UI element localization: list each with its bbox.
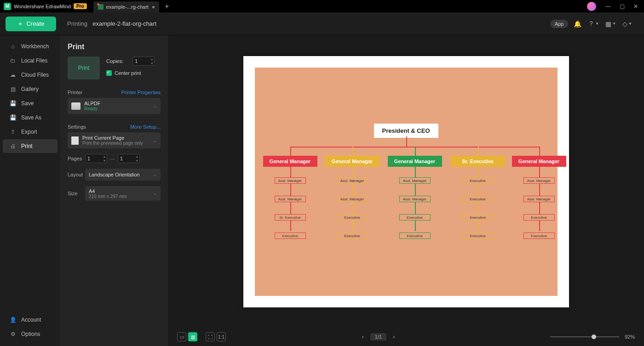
org-chart-leaf: Asst. Manager bbox=[523, 177, 555, 184]
chevron-down-icon: ⌄ bbox=[153, 138, 157, 143]
next-page-button[interactable]: › bbox=[393, 334, 395, 340]
printer-device-icon bbox=[71, 102, 80, 110]
org-chart-leaf: Asst. Manager bbox=[337, 177, 368, 184]
org-chart-leaf: Executive bbox=[523, 214, 555, 221]
org-chart-canvas: President & CEO General ManagerAsst. Man… bbox=[255, 68, 558, 296]
org-chart-manager: General Manager bbox=[325, 156, 380, 167]
print-scope-select[interactable]: Print Current Page Print the previewed p… bbox=[68, 132, 161, 148]
sidebar-item-account[interactable]: 👤Account bbox=[3, 313, 58, 327]
org-chart-leaf: Asst. Manager bbox=[275, 177, 306, 184]
minimize-button[interactable]: — bbox=[603, 3, 614, 10]
zoom-thumb[interactable] bbox=[592, 335, 596, 339]
prev-page-button[interactable]: ‹ bbox=[362, 334, 364, 340]
workbench-icon: ⌂ bbox=[9, 43, 17, 50]
more-setup-link[interactable]: More Setup... bbox=[130, 124, 161, 130]
org-chart-leaf: Executive bbox=[399, 214, 431, 221]
layout-select[interactable]: Landscape Orientation ⌄ bbox=[85, 169, 161, 181]
chevron-down-icon: ⌄ bbox=[153, 172, 157, 177]
actual-size-button[interactable]: 1:1 bbox=[217, 332, 226, 341]
printer-properties-link[interactable]: Printer Properties bbox=[121, 90, 161, 95]
sidebar-item-save-as[interactable]: 💾Save As bbox=[3, 111, 58, 125]
cloud-icon: ☁ bbox=[9, 72, 17, 78]
page-icon bbox=[71, 136, 79, 145]
sidebar-item-export[interactable]: ⇪Export bbox=[3, 125, 58, 139]
gear-icon: ⚙ bbox=[9, 331, 17, 337]
app-menu-button[interactable]: App bbox=[550, 20, 569, 28]
sidebar-item-workbench[interactable]: ⌂Workbench bbox=[3, 40, 58, 53]
add-tab-button[interactable]: + bbox=[165, 2, 169, 11]
print-preview: President & CEO General ManagerAsst. Man… bbox=[168, 35, 644, 346]
page-to-input[interactable]: 1▲▼ bbox=[118, 154, 140, 163]
org-chart-leaf: Executive bbox=[337, 214, 368, 221]
org-chart-leaf: Executive bbox=[337, 233, 368, 239]
size-select[interactable]: A4 210 mm x 297 mm ⌄ bbox=[85, 186, 161, 201]
account-icon: 👤 bbox=[9, 317, 17, 323]
print-icon: 🖨 bbox=[9, 143, 17, 149]
settings-section-label: Settings bbox=[68, 124, 86, 130]
org-chart-leaf: Executive bbox=[462, 214, 494, 221]
app-name: Wondershare EdrawMind bbox=[14, 4, 71, 9]
org-chart-leaf: Executive bbox=[275, 233, 306, 239]
org-chart-manager: Sr. Executive bbox=[451, 156, 505, 167]
close-button[interactable]: ✕ bbox=[630, 3, 641, 10]
chevron-down-icon: ⌄ bbox=[153, 104, 157, 108]
gallery-icon: ▤ bbox=[9, 86, 17, 92]
sidebar-item-cloud-files[interactable]: ☁Cloud Files bbox=[3, 68, 58, 82]
sidebar-item-save[interactable]: 💾Save bbox=[3, 96, 58, 110]
sidebar-item-gallery[interactable]: ▤Gallery bbox=[3, 82, 58, 96]
center-print-checkbox[interactable]: Center print bbox=[106, 70, 155, 76]
grid-icon[interactable]: ▦▼ bbox=[605, 20, 616, 28]
zoom-slider[interactable] bbox=[550, 336, 619, 337]
titlebar: M Wondershare EdrawMind Pro example-...r… bbox=[0, 0, 644, 12]
org-chart-leaf: Executive bbox=[462, 177, 494, 184]
org-chart-leaf: Executive bbox=[523, 233, 555, 239]
app-logo-icon: M bbox=[4, 3, 11, 10]
bell-icon[interactable]: 🔔 bbox=[574, 20, 581, 28]
zoom-value: 92% bbox=[625, 334, 635, 340]
layout-label: Layout bbox=[68, 172, 85, 177]
org-chart-leaf: Asst. Manager bbox=[399, 196, 431, 202]
copies-input[interactable]: 1 ▲▼ bbox=[132, 57, 155, 66]
document-tab[interactable]: example-...rg-chart bbox=[93, 1, 159, 12]
chevron-down-icon: ⌄ bbox=[153, 191, 157, 196]
checkbox-checked-icon bbox=[106, 70, 112, 76]
page-from-input[interactable]: 1▲▼ bbox=[85, 154, 107, 163]
sidebar: ⌂Workbench 🗀Local Files ☁Cloud Files ▤Ga… bbox=[0, 35, 60, 346]
fit-page-button[interactable]: ⛶ bbox=[206, 332, 215, 341]
single-page-view-button[interactable]: ▭ bbox=[177, 332, 186, 341]
copies-label: Copies: bbox=[106, 58, 123, 64]
org-chart-manager: General Manager bbox=[512, 156, 566, 167]
page-indicator: 1/1 bbox=[370, 333, 386, 340]
folder-icon: 🗀 bbox=[9, 57, 17, 64]
export-icon: ⇪ bbox=[9, 129, 17, 135]
help-icon[interactable]: ？▼ bbox=[588, 20, 599, 28]
print-panel: Print Print Copies: 1 ▲▼ Center print Pr… bbox=[60, 35, 168, 346]
printer-select[interactable]: ALPDF Ready ⌄ bbox=[68, 98, 161, 114]
pages-label: Pages bbox=[68, 156, 85, 161]
breadcrumb: Printing example-2-flat-org-chart bbox=[67, 20, 156, 27]
user-avatar[interactable] bbox=[587, 2, 596, 11]
topbar: ＋ Create Printing example-2-flat-org-cha… bbox=[0, 12, 644, 35]
org-chart-leaf: Asst. Manager bbox=[275, 196, 306, 202]
plus-icon: ＋ bbox=[17, 20, 23, 28]
org-chart-leaf: Executive bbox=[462, 196, 494, 202]
sidebar-item-print[interactable]: 🖨Print bbox=[3, 139, 58, 153]
org-chart-root: President & CEO bbox=[374, 124, 438, 138]
org-chart-manager: General Manager bbox=[263, 156, 317, 167]
sidebar-item-local-files[interactable]: 🗀Local Files bbox=[3, 54, 58, 68]
print-button[interactable]: Print bbox=[68, 57, 100, 79]
org-chart-leaf: Asst. Manager bbox=[523, 196, 555, 202]
multi-page-view-button[interactable]: ▥ bbox=[188, 332, 197, 341]
save-icon: 💾 bbox=[9, 100, 17, 107]
org-chart-leaf: Sr. Executive bbox=[275, 214, 306, 221]
printer-section-label: Printer bbox=[68, 90, 82, 95]
maximize-button[interactable]: ▢ bbox=[616, 3, 627, 10]
tag-icon[interactable]: ◇▼ bbox=[622, 20, 632, 28]
org-chart-leaf: Asst. Manager bbox=[337, 196, 368, 202]
sidebar-item-options[interactable]: ⚙Options bbox=[3, 327, 58, 341]
pro-badge: Pro bbox=[74, 3, 87, 9]
create-label: Create bbox=[26, 20, 44, 27]
create-button[interactable]: ＋ Create bbox=[6, 17, 56, 31]
tab-label: example-...rg-chart bbox=[106, 4, 149, 10]
copies-stepper[interactable]: ▲▼ bbox=[150, 57, 154, 65]
